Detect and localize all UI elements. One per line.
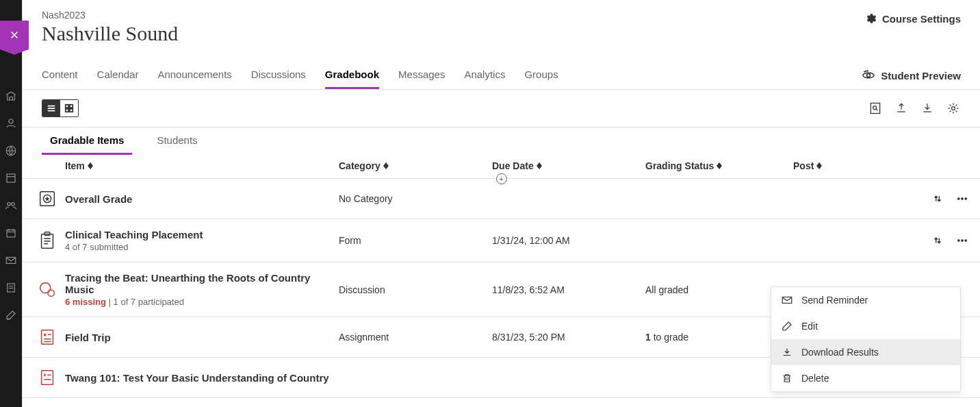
- rail-edit-icon[interactable]: [4, 308, 18, 322]
- student-preview-button[interactable]: Student Preview: [862, 69, 961, 82]
- search-button[interactable]: [868, 101, 883, 116]
- tab-messages[interactable]: Messages: [398, 62, 445, 89]
- gradebook-toolbar: [23, 90, 980, 127]
- tab-discussions[interactable]: Discussions: [251, 62, 306, 89]
- col-header-post-label: Post: [793, 160, 814, 171]
- sort-icon: [537, 162, 542, 169]
- item-subtitle: 6 missing | 1 of 7 participated: [65, 297, 339, 307]
- download-icon: [781, 346, 793, 358]
- svg-rect-19: [70, 105, 73, 108]
- item-actions: [903, 193, 980, 205]
- context-send-reminder[interactable]: Send Reminder: [771, 287, 960, 313]
- item-title: Twang 101: Test Your Basic Understanding…: [65, 372, 339, 384]
- svg-rect-2: [7, 174, 15, 182]
- rail-globe-icon[interactable]: [4, 144, 18, 158]
- sort-icon: [816, 162, 822, 169]
- svg-rect-21: [70, 109, 73, 112]
- svg-point-28: [957, 198, 959, 200]
- item-due-date: 1/31/24, 12:00 AM: [492, 235, 645, 246]
- settings-button[interactable]: [946, 101, 961, 116]
- svg-point-30: [965, 198, 967, 200]
- item-name-cell: Twang 101: Test Your Basic Understanding…: [65, 372, 339, 384]
- col-header-status-label: Grading Status: [645, 160, 714, 171]
- item-name-cell: Clinical Teaching Placement4 of 7 submit…: [65, 229, 339, 252]
- context-delete[interactable]: Delete: [771, 365, 960, 391]
- gear-icon: [946, 101, 960, 115]
- add-item-button[interactable]: +: [496, 173, 507, 184]
- col-header-status[interactable]: Grading Status: [645, 160, 793, 171]
- list-icon: [47, 103, 56, 113]
- col-header-item[interactable]: Item: [65, 160, 339, 171]
- svg-point-40: [48, 290, 54, 296]
- col-header-post[interactable]: Post: [793, 160, 903, 171]
- more-button[interactable]: [956, 193, 968, 205]
- tab-calendar[interactable]: Calendar: [97, 62, 139, 89]
- context-download-results[interactable]: Download Results: [771, 339, 960, 365]
- close-panel-button[interactable]: [0, 21, 29, 49]
- mail-icon: [781, 294, 793, 306]
- svg-rect-20: [66, 109, 68, 112]
- sub-tab-gradable-items[interactable]: Gradable Items: [42, 127, 132, 155]
- preview-icon: [862, 69, 875, 82]
- item-name-cell: Tracing the Beat: Unearthing the Roots o…: [65, 272, 339, 307]
- table-header: Item Category Due Date Grading Status Po…: [23, 155, 980, 179]
- tab-groups[interactable]: Groups: [524, 62, 558, 89]
- gear-icon: [864, 12, 877, 25]
- more-button[interactable]: [956, 234, 968, 247]
- download-button[interactable]: [920, 101, 935, 116]
- svg-point-36: [957, 240, 959, 242]
- svg-point-38: [965, 240, 967, 242]
- rail-institution-icon[interactable]: [4, 89, 18, 103]
- item-category: Discussion: [339, 284, 492, 295]
- svg-point-25: [952, 107, 955, 110]
- context-edit[interactable]: Edit: [771, 313, 960, 339]
- table-row[interactable]: Overall GradeNo Category: [23, 179, 980, 219]
- tab-content[interactable]: Content: [42, 62, 78, 89]
- assignment-icon: [23, 327, 65, 347]
- item-title: Overall Grade: [65, 193, 339, 205]
- item-due-date: 11/8/23, 6:52 AM: [492, 284, 645, 295]
- svg-rect-10: [6, 258, 16, 264]
- rail-messages-icon[interactable]: [4, 254, 18, 267]
- rail-courses-icon[interactable]: [4, 171, 18, 185]
- test-icon: [23, 367, 65, 388]
- upload-button[interactable]: [894, 101, 909, 116]
- item-actions: [903, 234, 980, 247]
- rail-grades-icon[interactable]: [4, 281, 18, 295]
- tab-gradebook[interactable]: Gradebook: [325, 62, 379, 89]
- list-view-button[interactable]: [42, 100, 60, 116]
- item-name-cell: Overall Grade: [65, 193, 339, 205]
- grade-icon: [23, 188, 65, 209]
- item-category: Form: [339, 235, 492, 246]
- svg-point-0: [9, 119, 13, 123]
- grid-view-button[interactable]: [60, 100, 78, 116]
- tab-announcements[interactable]: Announcements: [157, 62, 231, 89]
- svg-point-39: [40, 282, 51, 293]
- table-row[interactable]: Clinical Teaching Placement4 of 7 submit…: [23, 219, 980, 262]
- tab-analytics[interactable]: Analytics: [464, 62, 505, 89]
- context-send-reminder-label: Send Reminder: [801, 295, 868, 306]
- item-subtitle: 4 of 7 submitted: [65, 242, 339, 252]
- svg-rect-22: [871, 103, 879, 114]
- move-button[interactable]: [931, 234, 944, 247]
- rail-groups-icon[interactable]: [4, 199, 18, 212]
- move-button[interactable]: [931, 193, 944, 205]
- sort-icon: [88, 162, 93, 169]
- col-header-category[interactable]: Category: [339, 160, 492, 171]
- svg-point-14: [867, 74, 871, 77]
- svg-rect-45: [42, 371, 53, 385]
- course-settings-button[interactable]: Course Settings: [864, 10, 961, 25]
- rail-calendar-icon[interactable]: [4, 226, 18, 240]
- svg-point-29: [962, 198, 964, 200]
- sort-icon: [717, 162, 722, 169]
- rail-profile-icon[interactable]: [4, 116, 18, 130]
- col-header-due[interactable]: Due Date: [492, 160, 645, 171]
- nav-rail: [0, 0, 22, 407]
- svg-point-37: [962, 240, 964, 242]
- student-preview-label: Student Preview: [881, 70, 961, 82]
- sub-tab-students[interactable]: Students: [149, 127, 205, 155]
- svg-point-5: [12, 203, 15, 206]
- col-header-due-label: Due Date: [492, 160, 534, 171]
- pencil-icon: [781, 320, 793, 332]
- svg-point-4: [8, 203, 11, 206]
